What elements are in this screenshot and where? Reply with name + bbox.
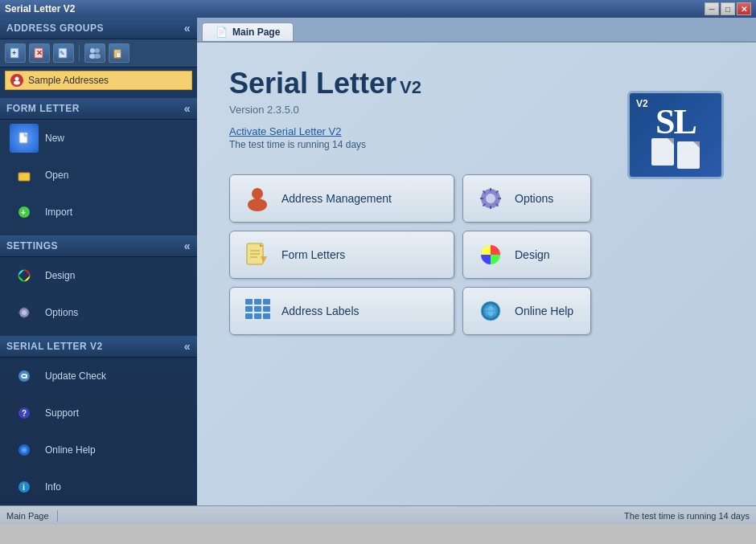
logo-sl-text: SL [655,101,696,142]
sidebar-item-update-check[interactable]: Update Check [0,358,197,395]
online-help-label: Online Help [45,444,96,456]
ag-delete-button[interactable]: ✕ [29,43,50,63]
button-grid: Address Management Options [229,174,724,335]
info-icon: i [10,472,39,501]
section-header-settings: Settings « [0,235,197,257]
address-management-label: Address Management [281,192,392,205]
section-header-form-letter: Form Letter « [0,98,197,120]
design-button[interactable]: Design [462,231,591,279]
new-label: New [45,133,64,144]
address-labels-icon [243,297,272,325]
status-bar: Main Page The test time is running 14 da… [0,505,756,525]
svg-rect-50 [254,313,261,319]
form-letters-icon [243,240,272,269]
svg-point-34 [252,188,263,199]
section-header-serial-letter: Serial Letter V2 « [0,336,197,358]
doc-shape-1 [651,138,674,166]
ag-edit-button[interactable]: ✎ [53,43,74,63]
app-title-text: Serial Letter [229,67,396,100]
form-letters-button[interactable]: Form Letters [229,231,454,279]
app-logo: V2 SL [627,91,724,179]
ag-persons-button[interactable] [84,43,105,63]
ag-add-button[interactable]: + [5,43,26,63]
window-controls: ─ □ ✕ [705,2,751,15]
logo-v2-text: V2 [636,98,648,109]
open-icon [10,161,39,190]
form-letter-collapse-icon[interactable]: « [184,102,191,115]
tab-bar: 📄 Main Page [197,18,756,41]
address-management-button[interactable]: Address Management [229,174,454,223]
address-management-icon [243,184,272,213]
title-bar: Serial Letter V2 ─ □ ✕ [0,0,756,18]
open-label: Open [45,170,68,181]
svg-rect-46 [245,306,253,312]
address-groups-collapse-icon[interactable]: « [184,22,191,35]
options-button[interactable]: Options [462,174,591,223]
ag-toolbar-separator [79,45,80,61]
address-group-label: Sample Addresses [28,75,109,86]
status-page: Main Page [6,511,49,521]
form-letter-label: Form Letter [6,103,80,114]
sidebar-item-online-help[interactable]: Online Help [0,432,197,468]
svg-text:📋: 📋 [115,51,122,58]
svg-rect-49 [245,313,253,319]
sidebar-item-support[interactable]: ? Support [0,395,197,432]
status-divider [57,510,58,522]
main-page-tab[interactable]: 📄 Main Page [202,22,294,41]
address-group-item[interactable]: Sample Addresses [5,71,192,90]
page-content: V2 SL Serial Letter V2 Version 2.3.5. [197,41,756,505]
svg-rect-14 [19,133,27,143]
sidebar-item-options[interactable]: Options [0,294,197,331]
sidebar-item-info[interactable]: i Info [0,468,197,505]
window-title: Serial Letter V2 [5,3,75,14]
svg-point-26 [23,448,26,452]
svg-point-7 [95,48,100,53]
svg-text:+: + [12,49,16,57]
online-help-btn-icon [476,297,505,325]
options-label-btn: Options [515,192,553,205]
sidebar-item-import[interactable]: + Import [0,194,197,231]
svg-rect-43 [245,299,253,305]
sidebar-item-design[interactable]: Design [0,257,197,294]
support-label: Support [45,407,79,419]
svg-text:+: + [21,208,26,217]
status-left: Main Page [6,510,63,522]
design-icon [10,261,39,290]
svg-rect-45 [263,299,270,305]
main-content: 📄 Main Page V2 SL [197,18,756,505]
minimize-button[interactable]: ─ [705,2,719,15]
serial-letter-collapse-icon[interactable]: « [184,340,191,353]
svg-point-12 [15,77,19,81]
svg-rect-47 [254,306,261,312]
ag-import-button[interactable]: 📋 [109,43,129,63]
online-help-button[interactable]: Online Help [462,287,591,335]
sidebar-item-new[interactable]: New [0,120,197,157]
sidebar-item-open[interactable]: Open [0,157,197,194]
svg-point-13 [14,81,20,85]
close-button[interactable]: ✕ [737,2,751,15]
svg-rect-44 [254,299,261,305]
form-letters-label: Form Letters [281,248,345,261]
serial-letter-label: Serial Letter V2 [6,341,103,352]
options-btn-icon [476,184,505,213]
address-groups-toolbar: + ✕ ✎ 📋 [0,39,197,67]
svg-rect-51 [263,313,270,319]
svg-rect-48 [263,306,270,312]
doc-shape-2 [677,141,700,169]
settings-collapse-icon[interactable]: « [184,239,191,252]
svg-point-9 [94,54,101,59]
logo-docs [651,138,700,169]
update-check-label: Update Check [45,370,106,382]
import-label: Import [45,207,72,218]
info-label: Info [45,481,61,493]
settings-label: Settings [6,240,58,252]
maximize-button[interactable]: □ [721,2,735,15]
online-help-label-btn: Online Help [515,305,573,317]
new-icon [10,124,39,153]
design-btn-icon [476,240,505,269]
svg-point-20 [22,310,27,315]
address-labels-button[interactable]: Address Labels [229,287,454,335]
logo-box: V2 SL [627,91,724,179]
svg-point-37 [486,194,495,203]
design-label: Design [45,270,75,281]
